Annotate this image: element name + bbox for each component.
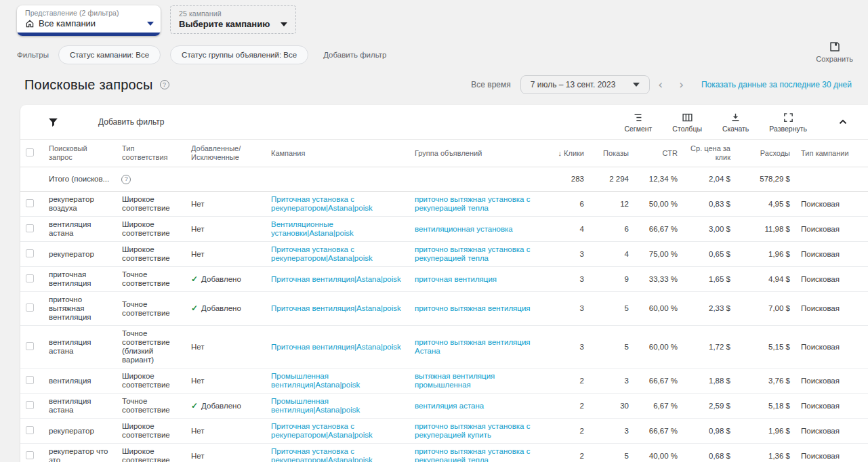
campaign-link[interactable]: Приточная установка с рекуператором|Asta…	[266, 419, 409, 443]
expand-button[interactable]: Развернуть	[769, 112, 807, 133]
campaign-link[interactable]: Приточная установка с рекуператором|Asta…	[266, 192, 409, 216]
view-selector[interactable]: Представление (2 фильтра) Все кампании	[17, 5, 161, 36]
totals-avg-cpc: 2,04 $	[683, 171, 736, 187]
save-icon	[829, 41, 841, 53]
row-checkbox[interactable]	[26, 401, 34, 409]
clicks-cell: 6	[550, 196, 590, 212]
header-campaign-type[interactable]: Тип кампании	[795, 146, 868, 161]
ctr-cell: 60,00 %	[634, 339, 683, 355]
campaign-link[interactable]: Вентиляционные установки|Astana|poisk	[266, 217, 409, 241]
save-button[interactable]: Сохранить	[816, 41, 853, 63]
add-filter-button[interactable]: Добавить фильтр	[323, 51, 386, 59]
row-checkbox[interactable]	[26, 376, 34, 384]
campaign-type-cell: Поисковая	[795, 222, 868, 237]
campaign-link[interactable]: Приточная вентиляция|Astana|poisk	[266, 272, 409, 287]
campaign-link[interactable]: Промышленная вентиляция|Astana|poisk	[266, 394, 409, 418]
date-range-picker[interactable]: 7 июль – 13 сент. 2023	[520, 75, 650, 94]
table-row[interactable]: вентиляция астана Точное соответствие ✓Д…	[20, 394, 868, 419]
header-cost[interactable]: Расходы	[736, 146, 795, 161]
ad-group-link[interactable]: вытяжная вентиляция промышленная	[409, 369, 550, 393]
match-type-cell: Широкое соответствие	[117, 217, 186, 241]
check-icon: ✓	[191, 401, 198, 411]
added-excluded-cell: ✓Нет	[186, 196, 266, 212]
table-row[interactable]: приточно вытяжная вентиляция Точное соот…	[20, 292, 868, 326]
row-checkbox[interactable]	[26, 249, 34, 257]
chip-campaign-status[interactable]: Статус кампании: Все	[58, 45, 161, 64]
campaign-link[interactable]: Приточная вентиляция|Astana|poisk	[266, 339, 409, 355]
row-checkbox[interactable]	[26, 426, 34, 434]
ad-group-link[interactable]: вентиляция астана	[409, 398, 550, 414]
show-last-30-days-link[interactable]: Показать данные за последние 30 дней	[701, 80, 852, 89]
download-button[interactable]: Скачать	[722, 112, 749, 133]
view-selector-accent	[17, 33, 161, 36]
table-row[interactable]: рекуператор Широкое соответствие ✓Нет Пр…	[20, 242, 868, 267]
header-clicks[interactable]: ↓Клики	[550, 146, 590, 161]
table-row[interactable]: рекуператор что это Широкое соответствие…	[20, 444, 868, 462]
avg-cpc-cell: 2,33 $	[683, 301, 736, 316]
impressions-cell: 4	[590, 247, 634, 262]
ad-group-link[interactable]: вентиляционная установка	[409, 222, 550, 237]
header-impressions[interactable]: Показы	[590, 146, 634, 161]
select-all-checkbox[interactable]	[26, 148, 34, 156]
collapse-chevron-up-icon[interactable]	[837, 116, 849, 128]
ad-group-link[interactable]: приточно вытяжная установка с рекупераци…	[409, 419, 550, 443]
ad-group-link[interactable]: приточно вытяжная вентиляция Астана	[409, 335, 550, 359]
ad-group-link[interactable]: приточно вытяжная установка с рекупераци…	[409, 192, 550, 216]
row-checkbox[interactable]	[26, 342, 34, 350]
clicks-cell: 3	[550, 339, 590, 355]
header-ctr[interactable]: CTR	[634, 146, 683, 161]
report-card: Добавить фильтр Сегмент Столбцы Скачать …	[20, 105, 868, 462]
campaign-type-cell: Поисковая	[795, 272, 868, 287]
campaign-selector[interactable]: 25 кампаний Выберите кампанию	[170, 5, 296, 34]
campaign-link[interactable]: Приточная установка с рекуператором|Asta…	[266, 444, 409, 462]
cost-cell: 7,00 $	[736, 301, 795, 316]
table-row[interactable]: рекуператор воздуха Широкое соответствие…	[20, 192, 868, 217]
clicks-cell: 4	[550, 222, 590, 237]
totals-clicks: 283	[550, 171, 590, 187]
ad-group-link[interactable]: приточная вентиляция	[409, 272, 550, 287]
chip-adgroup-status[interactable]: Статус группы объявлений: Все	[170, 45, 308, 64]
match-type-cell: Широкое соответствие	[117, 242, 186, 266]
campaign-type-cell: Поисковая	[795, 196, 868, 212]
row-checkbox[interactable]	[26, 451, 34, 459]
columns-button[interactable]: Столбцы	[672, 112, 702, 133]
header-added-excluded[interactable]: Добавленные/Исключенные	[186, 141, 266, 165]
campaign-link[interactable]: Приточная вентиляция|Astana|poisk	[266, 301, 409, 316]
campaign-link[interactable]: Приточная установка с рекуператором|Asta…	[266, 242, 409, 266]
table-row[interactable]: рекуператор Широкое соответствие ✓Нет Пр…	[20, 419, 868, 444]
ctr-cell: 75,00 %	[634, 247, 683, 262]
ctr-cell: 50,00 %	[634, 196, 683, 212]
impressions-cell: 3	[590, 373, 634, 389]
header-campaign[interactable]: Кампания	[266, 146, 409, 161]
row-checkbox[interactable]	[26, 274, 34, 282]
header-avg-cpc[interactable]: Ср. цена за клик	[683, 141, 736, 165]
table-row[interactable]: приточная вентиляция Точное соответствие…	[20, 267, 868, 292]
table-add-filter-button[interactable]: Добавить фильтр	[98, 117, 164, 127]
campaign-type-cell: Поисковая	[795, 247, 868, 262]
table-row[interactable]: вентиляция Широкое соответствие ✓Нет Про…	[20, 369, 868, 394]
segment-button[interactable]: Сегмент	[624, 112, 652, 133]
row-checkbox[interactable]	[26, 303, 34, 312]
page-title: Поисковые запросы	[24, 77, 153, 93]
row-checkbox[interactable]	[26, 224, 34, 232]
home-icon	[25, 19, 35, 28]
cost-cell: 4,95 $	[736, 196, 795, 212]
next-period-button[interactable]: ›	[671, 78, 692, 91]
header-match-type[interactable]: Тип соответствия	[117, 141, 186, 165]
ad-group-link[interactable]: приточно вытяжная установка с рекупераци…	[409, 444, 550, 462]
save-label: Сохранить	[816, 55, 853, 63]
filter-funnel-icon[interactable]	[47, 117, 59, 128]
table-row[interactable]: вентиляция астана Широкое соответствие ✓…	[20, 217, 868, 242]
header-query[interactable]: Поисковый запрос	[43, 141, 117, 165]
help-icon[interactable]: ?	[160, 80, 169, 89]
campaign-link[interactable]: Промышленная вентиляция|Astana|poisk	[266, 369, 409, 393]
previous-period-button[interactable]: ‹	[650, 78, 671, 91]
ctr-cell: 66,67 %	[634, 423, 683, 439]
table-row[interactable]: вентиляция астана Точное соответствие (б…	[20, 326, 868, 369]
ad-group-link[interactable]: приточно вытяжная установка с рекупераци…	[409, 242, 550, 266]
row-checkbox[interactable]	[26, 199, 34, 207]
search-query-cell: приточно вытяжная вентиляция	[43, 292, 117, 325]
ad-group-link[interactable]: приточно вытяжная вентиляция	[409, 301, 550, 316]
help-icon[interactable]: ?	[121, 175, 131, 184]
header-ad-group[interactable]: Группа объявлений	[409, 146, 550, 161]
